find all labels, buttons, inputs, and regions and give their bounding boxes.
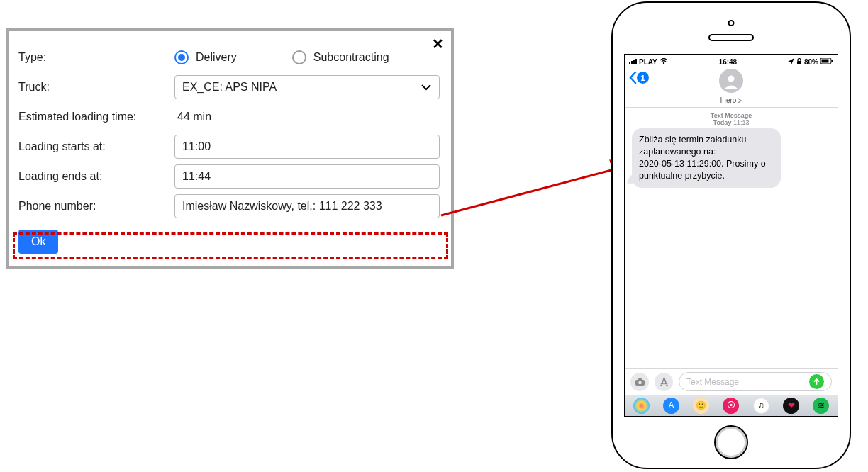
- message-placeholder: Text Message: [686, 377, 739, 387]
- home-button[interactable]: [714, 425, 748, 459]
- carrier-label: PLAY: [639, 58, 657, 66]
- status-bar: PLAY 16:48 80%: [625, 55, 838, 67]
- estimated-time-value: 44 min: [174, 111, 441, 123]
- chevron-down-icon: [421, 82, 432, 93]
- message-input-bar: Text Message: [625, 368, 838, 395]
- message-input[interactable]: Text Message: [679, 372, 832, 391]
- type-label: Type:: [18, 51, 174, 64]
- dock-app-search[interactable]: ⦿: [723, 398, 739, 414]
- svg-rect-1: [629, 62, 630, 64]
- svg-rect-4: [635, 59, 637, 64]
- unread-badge: 1: [637, 72, 649, 84]
- close-icon[interactable]: ✕: [432, 35, 444, 52]
- conversation-area: Text Message Today 11:13 Zbliża się term…: [625, 108, 838, 368]
- messages-header: 1 Inero: [625, 67, 838, 108]
- dock-app-spotify[interactable]: ≋: [813, 398, 829, 414]
- radio-unchecked-icon: [292, 50, 306, 64]
- phone-mockup: PLAY 16:48 80%: [611, 1, 851, 469]
- ok-button[interactable]: Ok: [18, 230, 58, 254]
- loading-starts-input[interactable]: [174, 135, 440, 159]
- dock-app-appstore[interactable]: A: [663, 398, 679, 414]
- truck-selected-value: EX_CE: APS NIPA: [182, 81, 277, 94]
- arrow-up-icon: [813, 378, 820, 386]
- lock-icon: [796, 58, 802, 66]
- form-body: Type: Delivery Subcontracting Truck: EX_…: [9, 31, 451, 266]
- camera-button[interactable]: [630, 373, 649, 391]
- truck-label: Truck:: [18, 81, 174, 94]
- svg-point-13: [638, 381, 642, 384]
- chevron-left-icon: [629, 72, 637, 84]
- svg-rect-2: [631, 61, 633, 64]
- signal-icon: [629, 58, 637, 66]
- truck-select[interactable]: EX_CE: APS NIPA: [174, 75, 440, 99]
- svg-point-10: [728, 76, 735, 82]
- loading-starts-label: Loading starts at:: [18, 140, 174, 153]
- wifi-icon: [660, 58, 668, 66]
- phone-screen: PLAY 16:48 80%: [624, 54, 838, 417]
- radio-delivery-label: Delivery: [196, 51, 237, 64]
- svg-rect-12: [638, 378, 642, 381]
- appstore-button[interactable]: [655, 373, 673, 391]
- radio-delivery[interactable]: Delivery: [174, 50, 237, 64]
- contact-name[interactable]: Inero: [720, 96, 742, 104]
- status-time: 16:48: [719, 58, 738, 66]
- battery-percent: 80%: [804, 58, 818, 66]
- send-button[interactable]: [809, 374, 824, 389]
- contact-name-text: Inero: [720, 96, 737, 104]
- svg-line-0: [441, 164, 633, 215]
- radio-subcontracting-label: Subcontracting: [313, 51, 389, 64]
- loading-plan-modal: ✕ Type: Delivery Subcontracting Truck: E…: [6, 28, 454, 269]
- appstore-icon: [660, 377, 669, 386]
- svg-rect-3: [633, 60, 635, 64]
- camera-icon: [728, 20, 735, 26]
- dock-app-photos[interactable]: [633, 398, 650, 414]
- phone-number-input[interactable]: [174, 194, 440, 218]
- svg-rect-8: [821, 59, 828, 62]
- dock: A 🙂 ⦿ ♫ ❤ ≋: [625, 395, 838, 416]
- loading-ends-input[interactable]: [174, 164, 440, 189]
- phone-number-label: Phone number:: [18, 200, 174, 213]
- chevron-right-icon: [738, 98, 742, 103]
- location-icon: [788, 58, 794, 66]
- dock-app-music[interactable]: ♫: [753, 398, 769, 414]
- dock-app-heart[interactable]: ❤: [783, 398, 799, 414]
- radio-subcontracting[interactable]: Subcontracting: [292, 50, 389, 64]
- dock-app-memoji[interactable]: 🙂: [693, 398, 709, 414]
- sms-bubble: Zbliża się termin załadunku zaplanowaneg…: [632, 128, 781, 188]
- back-button[interactable]: 1: [629, 72, 649, 84]
- svg-rect-6: [797, 61, 801, 64]
- loading-ends-label: Loading ends at:: [18, 170, 174, 183]
- avatar[interactable]: [719, 69, 743, 93]
- svg-point-5: [663, 62, 664, 63]
- estimated-time-label: Estimated loading time:: [18, 111, 174, 123]
- message-timestamp: Text Message Today 11:13: [625, 112, 838, 126]
- svg-rect-9: [831, 60, 833, 62]
- person-icon: [723, 73, 739, 89]
- battery-icon: [820, 58, 833, 66]
- radio-checked-icon: [174, 50, 189, 64]
- camera-icon: [635, 378, 645, 386]
- speaker-icon: [708, 34, 754, 41]
